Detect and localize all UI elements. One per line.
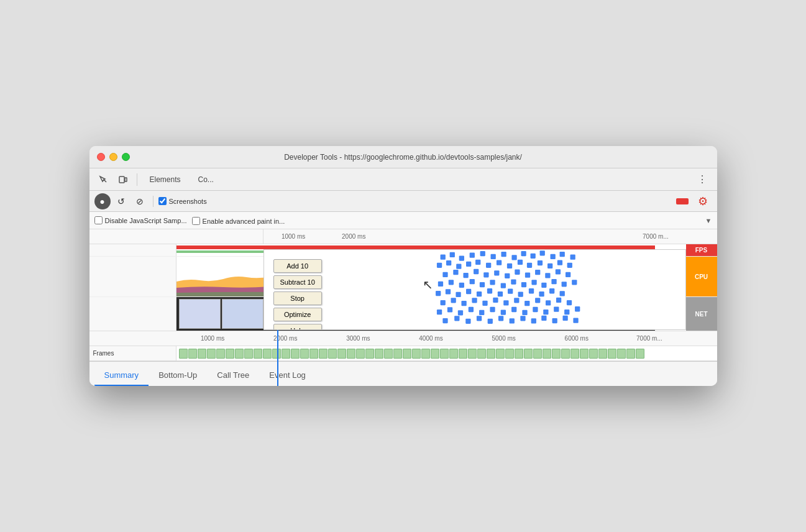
frame-block xyxy=(384,349,393,359)
tab-divider xyxy=(137,173,137,186)
frame-block xyxy=(459,349,467,359)
subtract-10-button[interactable]: Subtract 10 xyxy=(273,275,322,289)
frames-row: Frames xyxy=(89,346,717,361)
demo-buttons: Add 10 Subtract 10 Stop Optimize Help xyxy=(273,259,322,330)
svg-rect-56 xyxy=(572,280,577,285)
frame-block xyxy=(198,349,206,359)
frame-block xyxy=(365,349,374,359)
frame-block xyxy=(319,349,327,359)
recording-indicator xyxy=(676,198,689,204)
stop-button[interactable]: Stop xyxy=(273,291,322,305)
frame-block xyxy=(431,349,439,359)
svg-rect-86 xyxy=(468,307,473,312)
frame-block xyxy=(328,349,337,359)
svg-rect-33 xyxy=(474,269,479,274)
svg-rect-72 xyxy=(461,301,466,306)
svg-rect-11 xyxy=(530,254,535,259)
screenshot-thumb-2[interactable] xyxy=(222,299,263,329)
frame-block xyxy=(188,349,197,359)
svg-rect-109 xyxy=(573,318,578,323)
dropdown-arrow[interactable]: ▼ xyxy=(705,217,712,224)
svg-rect-78 xyxy=(524,301,529,306)
settings-button[interactable]: ⚙ xyxy=(694,192,712,211)
enable-paint-checkbox[interactable]: Enable advanced paint in... xyxy=(192,217,285,225)
maximize-button[interactable] xyxy=(122,153,130,161)
more-tabs-button[interactable]: ⋮ xyxy=(692,171,712,188)
frame-block xyxy=(477,349,486,359)
svg-rect-80 xyxy=(546,300,551,305)
svg-rect-104 xyxy=(520,316,525,321)
svg-rect-34 xyxy=(483,272,488,277)
screenshots-checkbox[interactable]: Screenshots xyxy=(158,197,207,205)
optimize-button[interactable]: Optimize xyxy=(273,308,322,321)
svg-rect-65 xyxy=(518,291,523,296)
frame-block xyxy=(636,349,644,359)
disable-js-checkbox[interactable]: Disable JavaScript Samp... xyxy=(94,216,187,224)
svg-rect-31 xyxy=(453,270,458,275)
svg-rect-93 xyxy=(543,310,548,314)
svg-rect-95 xyxy=(564,310,569,314)
svg-rect-57 xyxy=(436,291,441,296)
svg-rect-87 xyxy=(479,310,484,315)
svg-rect-19 xyxy=(466,262,471,267)
svg-rect-20 xyxy=(475,260,480,265)
svg-rect-50 xyxy=(511,279,516,284)
svg-rect-85 xyxy=(457,310,462,315)
svg-rect-68 xyxy=(549,288,554,293)
svg-rect-91 xyxy=(522,310,527,315)
svg-rect-71 xyxy=(451,298,456,303)
tab-event-log[interactable]: Event Log xyxy=(259,367,316,386)
bottom-tabs-bar: Summary Bottom-Up Call Tree Event Log xyxy=(89,361,717,386)
svg-rect-39 xyxy=(535,270,540,275)
blue-dots-area: ↖ xyxy=(326,250,685,329)
devtools-tabs-bar: Elements Co... ⋮ xyxy=(89,168,717,191)
svg-rect-6 xyxy=(480,251,485,256)
frame-block xyxy=(235,349,244,359)
cpu-label-badge: CPU xyxy=(686,257,717,296)
screenshot-thumb-1[interactable] xyxy=(179,299,221,329)
minimize-button[interactable] xyxy=(109,153,117,161)
inspect-icon-btn[interactable] xyxy=(94,171,112,188)
svg-rect-51 xyxy=(521,282,526,287)
svg-rect-106 xyxy=(541,316,546,321)
svg-rect-108 xyxy=(562,316,567,321)
frame-block xyxy=(263,349,272,359)
frame-block xyxy=(617,349,626,359)
svg-rect-26 xyxy=(537,260,542,265)
device-icon-btn[interactable] xyxy=(114,171,132,188)
clear-button[interactable]: ⊘ xyxy=(132,193,148,209)
record-button[interactable]: ● xyxy=(94,193,111,209)
frame-block xyxy=(179,349,188,359)
frame-block xyxy=(403,349,411,359)
frame-block xyxy=(226,349,234,359)
add-10-button[interactable]: Add 10 xyxy=(273,259,322,273)
frame-block xyxy=(244,349,253,359)
tab-bottom-up[interactable]: Bottom-Up xyxy=(149,367,207,386)
svg-rect-74 xyxy=(482,301,487,306)
svg-rect-67 xyxy=(539,291,544,296)
svg-rect-102 xyxy=(498,316,503,321)
tab-console[interactable]: Co... xyxy=(191,171,221,188)
bottom-time-ruler: 1000 ms 2000 ms 3000 ms 4000 ms 5000 ms … xyxy=(89,331,717,346)
title-bar: Developer Tools - https://googlechrome.g… xyxy=(89,146,717,168)
close-button[interactable] xyxy=(97,153,105,161)
svg-rect-88 xyxy=(490,307,495,312)
tab-summary[interactable]: Summary xyxy=(94,367,149,386)
svg-rect-43 xyxy=(437,282,442,287)
svg-rect-58 xyxy=(445,289,450,294)
svg-rect-89 xyxy=(500,310,505,314)
refresh-button[interactable]: ↺ xyxy=(113,193,129,209)
net-label-badge: NET xyxy=(686,297,717,331)
frame-block xyxy=(375,349,383,359)
svg-rect-99 xyxy=(465,319,470,324)
svg-rect-2 xyxy=(440,255,445,260)
frame-block xyxy=(468,349,477,359)
svg-rect-1 xyxy=(125,178,127,181)
help-button[interactable]: Help xyxy=(273,324,322,330)
svg-rect-7 xyxy=(490,254,495,259)
tab-call-tree[interactable]: Call Tree xyxy=(207,367,259,386)
frame-block xyxy=(282,349,290,359)
svg-rect-42 xyxy=(566,272,570,277)
tab-elements[interactable]: Elements xyxy=(142,171,188,188)
svg-rect-44 xyxy=(448,280,453,285)
